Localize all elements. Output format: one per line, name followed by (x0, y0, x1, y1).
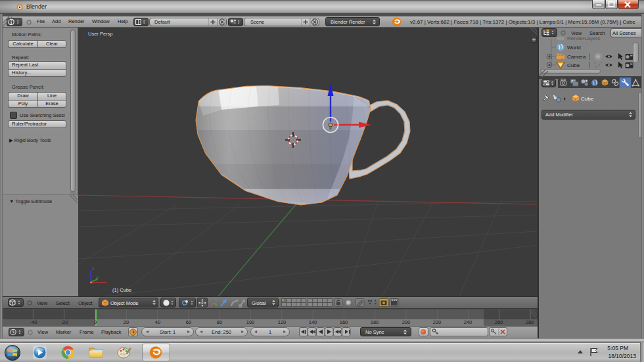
svg-text:z: z (92, 265, 95, 271)
svg-text:Cube: Cube (581, 96, 594, 102)
svg-text:World: World (567, 45, 581, 51)
svg-text:Cube: Cube (567, 62, 580, 68)
svg-text:y: y (96, 275, 99, 281)
svg-text:Camera: Camera (567, 54, 586, 60)
svg-text:RenderLayers: RenderLayers (567, 37, 600, 41)
